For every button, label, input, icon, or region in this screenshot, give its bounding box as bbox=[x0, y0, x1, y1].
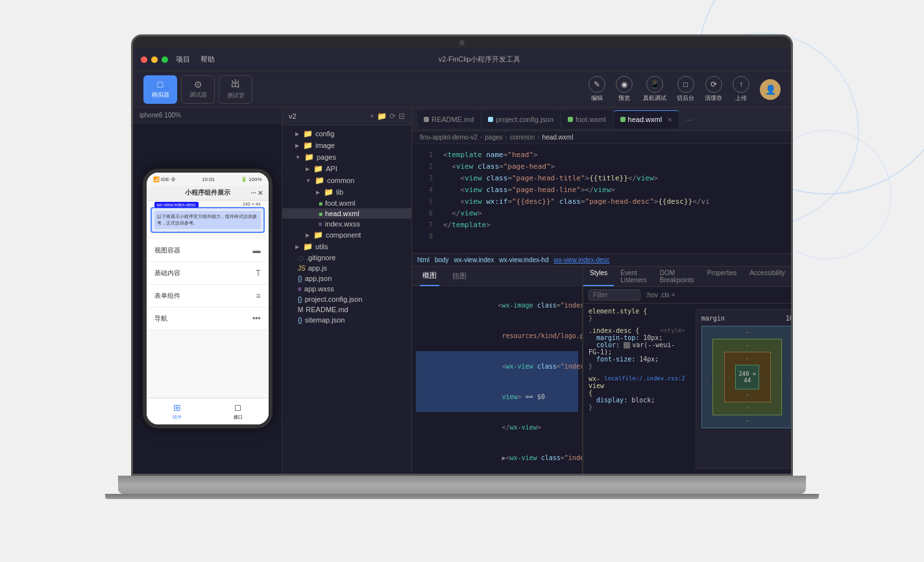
background-action[interactable]: □ 切后台 bbox=[677, 76, 694, 103]
dom-line-6: ▶<wx-view class="index-bd">_</wx-view> bbox=[416, 443, 578, 473]
line-num-1: 1 bbox=[417, 149, 433, 160]
toolbar-mode-buttons: □ 模拟器 ⊙ 调试器 出 测试管 bbox=[143, 75, 252, 104]
highlight-size: 240 × 44 bbox=[243, 202, 260, 206]
box-border-right: - bbox=[775, 374, 779, 380]
styles-tab-access[interactable]: Accessibility bbox=[743, 267, 791, 286]
list-item-2[interactable]: 基础内容 T bbox=[147, 262, 269, 285]
edit-action[interactable]: ✎ 编辑 bbox=[589, 76, 605, 103]
styles-rules-panel: element.style { } .index-desc { <style> bbox=[583, 304, 690, 474]
tab-readme[interactable]: README.md bbox=[417, 110, 480, 128]
preview-action[interactable]: ◉ 预览 bbox=[616, 76, 633, 103]
menu-help[interactable]: 帮助 bbox=[201, 55, 215, 64]
breadcrumb-sep-3: › bbox=[537, 134, 539, 141]
collapse-icon[interactable]: ⊟ bbox=[398, 112, 405, 121]
nav-item-interface[interactable]: □ 接口 bbox=[208, 398, 269, 424]
list-item-4[interactable]: 导航 ••• bbox=[147, 308, 269, 330]
dom-line-3[interactable]: <wx-view class="index-desc">以下将展示小程序官方组件… bbox=[416, 351, 578, 382]
file-icon-sitemap: {} bbox=[298, 317, 302, 324]
new-folder-icon[interactable]: 📁 bbox=[377, 112, 387, 121]
box-model: margin 10 - - - bbox=[696, 309, 791, 469]
tree-item-appjson[interactable]: {} app.json bbox=[282, 273, 411, 284]
tree-item-config[interactable]: ▶ 📁 config bbox=[282, 128, 411, 140]
list-item-1[interactable]: 视图容器 ▬ bbox=[147, 239, 269, 262]
list-icon-1: ▬ bbox=[253, 246, 261, 255]
tree-item-api[interactable]: ▶ 📁 API bbox=[282, 163, 411, 175]
tree-item-appwxss[interactable]: ≡ app.wxss bbox=[282, 284, 411, 294]
tree-item-lib[interactable]: ▶ 📁 lib bbox=[282, 186, 411, 198]
phone-title-bar: 小程序组件展示 ··· ✕ bbox=[147, 186, 269, 201]
debugger-mode-button[interactable]: ⊙ 调试器 bbox=[181, 75, 215, 104]
dom-bc-wxview-desc[interactable]: wx-view.index-desc bbox=[553, 256, 609, 263]
tree-label-component: component bbox=[326, 231, 361, 239]
box-padding-top: - bbox=[727, 355, 768, 361]
maximize-button[interactable] bbox=[162, 56, 168, 63]
user-avatar[interactable]: 👤 bbox=[760, 79, 781, 100]
tree-item-appjs[interactable]: JS app.js bbox=[282, 263, 411, 273]
minimize-button[interactable] bbox=[151, 56, 158, 63]
nav-interface-icon: □ bbox=[235, 402, 240, 413]
styles-filter-input[interactable] bbox=[589, 289, 640, 300]
styles-tab-events[interactable]: Event Listeners bbox=[614, 267, 653, 286]
tab-more-button[interactable]: ··· bbox=[685, 114, 693, 125]
tree-arrow-component: ▶ bbox=[306, 232, 310, 238]
new-file-icon[interactable]: + bbox=[370, 112, 374, 121]
dom-bc-html[interactable]: html bbox=[417, 256, 430, 263]
tree-item-component[interactable]: ▶ 📁 component bbox=[282, 229, 411, 241]
line-num-2: 2 bbox=[417, 161, 433, 172]
tree-item-foot-wxml[interactable]: ■ foot.wxml bbox=[282, 198, 411, 208]
code-line-2: 2 <view class="page-head"> bbox=[412, 161, 791, 173]
tree-item-image[interactable]: ▶ 📁 image bbox=[282, 140, 411, 151]
line-num-6: 6 bbox=[417, 208, 433, 219]
tree-item-utils[interactable]: ▶ 📁 utils bbox=[282, 241, 411, 252]
tree-item-sitemap[interactable]: {} sitemap.json bbox=[282, 315, 411, 325]
tree-label-config: config bbox=[315, 130, 334, 138]
laptop-camera bbox=[459, 40, 465, 45]
highlight-text: 以下将展示小程序官方组件能力，组件样式仅供参考，正式仅供参考。 bbox=[154, 211, 261, 229]
dom-breadcrumb: html body wx-view.index wx-view.index-hd… bbox=[412, 254, 791, 267]
tab-close-headwxml[interactable]: ✕ bbox=[667, 116, 672, 123]
menu-project[interactable]: 项目 bbox=[176, 55, 190, 64]
tree-item-gitignore[interactable]: ◌ .gitignore bbox=[282, 252, 411, 263]
dom-bc-wxview-index[interactable]: wx-view.index bbox=[454, 256, 494, 263]
tree-item-projectconfig[interactable]: {} project.config.json bbox=[282, 294, 411, 304]
code-editor[interactable]: 1 <template name="head"> 2 <view class="… bbox=[412, 144, 791, 253]
styles-tab-props[interactable]: Properties bbox=[701, 267, 744, 286]
styles-tab-dom-bp[interactable]: DOM Breakpoints bbox=[653, 267, 701, 286]
styles-pseudo-buttons[interactable]: :hov .cls + bbox=[646, 291, 675, 299]
tree-label-projectconfig: project.config.json bbox=[305, 295, 363, 303]
phone-title-more[interactable]: ··· ✕ bbox=[250, 189, 263, 197]
rule-source-wx-view[interactable]: localfile:/.index.css:2 bbox=[604, 375, 685, 397]
tab-headwxml[interactable]: head.wxml ✕ bbox=[614, 110, 679, 128]
styles-tab-styles[interactable]: Styles bbox=[583, 267, 614, 286]
folder-icon-pages: 📁 bbox=[304, 153, 314, 162]
code-content-3: <view class="page-head-title">{{title}}<… bbox=[443, 173, 786, 184]
highlight-label: wx-view.index-desc bbox=[154, 202, 199, 208]
dom-bc-body[interactable]: body bbox=[435, 256, 449, 263]
simulator-icon: □ bbox=[158, 79, 163, 90]
tree-item-readme[interactable]: M README.md bbox=[282, 304, 411, 315]
nav-item-component[interactable]: ⊞ 组件 bbox=[147, 398, 208, 424]
dom-bc-wxview-hd[interactable]: wx-view.index-hd bbox=[499, 256, 548, 263]
clear-cache-action[interactable]: ⟳ 清缓存 bbox=[705, 76, 722, 103]
tree-item-head-wxml[interactable]: ■ head.wxml bbox=[282, 208, 411, 219]
tree-item-index-wxss[interactable]: ≡ index.wxss bbox=[282, 219, 411, 229]
tab-projectconfig[interactable]: project.config.json bbox=[481, 110, 560, 128]
box-padding-right: - bbox=[764, 374, 767, 380]
tree-label-appjs: app.js bbox=[308, 264, 327, 272]
simulator-mode-button[interactable]: □ 模拟器 bbox=[143, 75, 177, 104]
upload-label: 上传 bbox=[735, 94, 747, 103]
refresh-icon[interactable]: ⟳ bbox=[389, 112, 396, 121]
devtools-tab-styles[interactable]: 概图 bbox=[420, 267, 439, 286]
test-mode-button[interactable]: 出 测试管 bbox=[219, 75, 252, 104]
tree-item-pages[interactable]: ▼ 📁 pages bbox=[282, 151, 411, 163]
close-button[interactable] bbox=[141, 56, 147, 63]
upload-action[interactable]: ↑ 上传 bbox=[733, 76, 749, 103]
code-line-4: 4 <view class="page-head-line"></view> bbox=[412, 184, 791, 196]
device-debug-action[interactable]: 📱 真机调试 bbox=[643, 76, 666, 103]
tab-footwxml[interactable]: foot.wxml bbox=[561, 110, 612, 128]
list-item-3[interactable]: 表单组件 ≡ bbox=[147, 285, 269, 308]
devtools-tab-layout[interactable]: 扭图 bbox=[450, 267, 469, 286]
tree-item-common[interactable]: ▼ 📁 common bbox=[282, 175, 411, 186]
dom-line-4[interactable]: view> == $0 bbox=[416, 382, 578, 412]
device-debug-label: 真机调试 bbox=[643, 94, 666, 103]
